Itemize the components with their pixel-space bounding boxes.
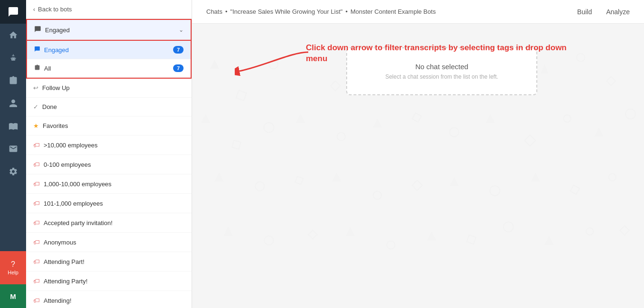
engaged-label: Engaged [44,46,69,54]
chevron-left-icon: ‹ [33,6,35,13]
svg-point-18 [264,123,274,133]
help-button[interactable]: ? Help [0,251,26,284]
svg-point-44 [387,241,395,249]
tag-icon-3: 🏷 [33,180,40,188]
back-to-bots-button[interactable]: ‹ Back to bots [26,0,192,19]
svg-point-39 [609,173,616,181]
svg-marker-21 [373,118,382,127]
svg-marker-27 [594,127,603,136]
svg-rect-42 [308,230,317,239]
help-label: Help [8,270,18,275]
dropdown-item-engaged[interactable]: Engaged 7 [27,41,191,59]
favorites-label: Favorites [43,122,68,129]
svg-point-1 [12,59,13,60]
attending-part-label: Attending Part! [44,258,84,265]
build-nav[interactable]: Build [577,8,592,16]
tag-icon-1: 🏷 [33,141,40,149]
logo-icon [0,0,26,24]
svg-marker-43 [346,227,355,236]
star-icon: ★ [33,122,39,129]
engaged-chat-icon [34,46,40,54]
filter-item-0-100[interactable]: 🏷 0-100 employees [26,155,192,174]
svg-rect-34 [412,180,423,190]
dropdown-label-area: Engaged [34,26,70,34]
filter-item-accepted-party[interactable]: 🏷 Accepted party invitation! [26,213,192,233]
bot-icon[interactable] [0,46,26,69]
home-icon[interactable] [0,24,26,46]
svg-point-23 [450,127,459,136]
back-button-label: Back to bots [38,6,72,13]
accepted-party-label: Accepted party invitation! [44,219,112,226]
svg-point-47 [504,222,514,232]
avatar-letter: M [10,292,16,300]
svg-rect-46 [467,235,476,245]
svg-marker-24 [486,114,495,123]
dropdown-label: Engaged [45,27,70,34]
breadcrumb-dot2: • [345,8,348,15]
filter-item-anonymous[interactable]: 🏷 Anonymous [26,233,192,252]
no-chat-subtitle: Select a chat session from the list on t… [385,73,498,80]
tag-icon-7: 🏷 [33,258,40,265]
avatar[interactable]: M [0,284,26,308]
tag-icon-6: 🏷 [33,238,40,246]
all-badge: 7 [173,64,184,72]
svg-point-28 [626,109,635,119]
tag-icon-9: 🏷 [33,297,40,304]
breadcrumb-path2: Monster Content Example Bots [350,8,436,15]
chat-icon [34,26,41,34]
filter-item-favorites[interactable]: ★ Favorites [26,117,192,136]
svg-marker-16 [201,114,210,123]
svg-marker-32 [332,172,341,181]
breadcrumb-chats: Chats [206,8,222,15]
books-icon[interactable] [0,115,26,137]
svg-rect-7 [331,81,340,91]
svg-rect-4 [236,91,247,101]
tag-icon-2: 🏷 [33,161,40,168]
top-nav: Build Analyze [577,8,630,16]
svg-marker-37 [531,172,540,181]
clipboard-icon[interactable] [0,69,26,92]
dropdown-item-all[interactable]: All 7 [27,59,191,78]
filter-dropdown-header[interactable]: Engaged ⌄ [26,19,192,41]
person-icon[interactable] [0,92,26,115]
svg-point-41 [264,236,273,245]
all-label: All [44,65,51,72]
settings-icon[interactable] [0,160,26,183]
filter-item-gt10k[interactable]: 🏷 >10,000 employees [26,136,192,155]
tag-icon-8: 🏷 [33,277,40,285]
svg-marker-13 [541,64,548,73]
svg-rect-50 [620,226,629,235]
breadcrumb-path1: "Increase Sales While Growing Your List" [230,8,343,15]
filter-panel: ‹ Back to bots Engaged ⌄ Engaged 7 [26,0,192,308]
filter-list: ↩ Follow Up ✓ Done ★ Favorites 🏷 >10,000… [26,79,192,308]
chevron-down-icon: ⌄ [179,27,184,33]
done-label: Done [42,103,57,110]
101-1000-label: 101-1,000 employees [44,200,103,207]
filter-item-attending-part[interactable]: 🏷 Attending Part! [26,252,192,272]
filter-item-attending-party[interactable]: 🏷 Attending Party! [26,272,192,291]
engaged-badge: 7 [173,46,184,54]
follow-up-label: Follow Up [42,84,70,91]
filter-item-101-1000[interactable]: 🏷 101-1,000 employees [26,194,192,213]
svg-point-30 [255,182,264,191]
filter-item-1000-10000[interactable]: 🏷 1,000-10,000 employees [26,174,192,194]
filter-item-done[interactable]: ✓ Done [26,98,192,117]
analyze-nav[interactable]: Analyze [606,8,630,16]
svg-point-49 [586,228,593,235]
svg-marker-35 [450,177,459,186]
svg-marker-40 [224,227,233,236]
filter-item-follow-up[interactable]: ↩ Follow Up [26,79,192,98]
svg-marker-29 [215,172,224,181]
no-chat-box: No chat selected Select a chat session f… [346,47,537,95]
anonymous-label: Anonymous [44,239,76,246]
tag-icon-5: 🏷 [33,219,40,226]
svg-point-26 [563,115,570,122]
reply-icon: ↩ [33,84,38,91]
filter-item-attending[interactable]: 🏷 Attending! [26,291,192,308]
1000-10000-label: 1,000-10,000 employees [44,181,111,188]
svg-marker-3 [210,60,219,69]
svg-rect-25 [524,135,535,146]
mail-icon[interactable] [0,137,26,160]
svg-point-14 [577,54,585,62]
gt10k-label: >10,000 employees [44,142,98,149]
